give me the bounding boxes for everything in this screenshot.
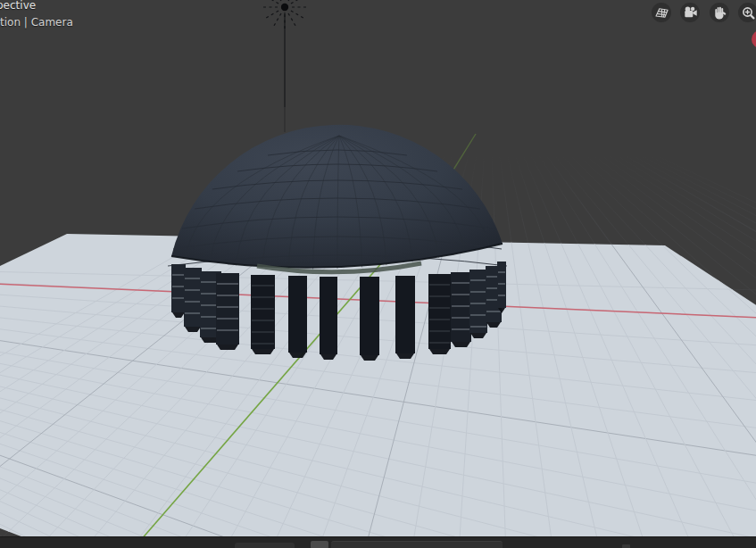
pillar-stack[interactable] xyxy=(288,276,307,358)
pillar-stack[interactable] xyxy=(320,277,337,360)
light-origin-dot[interactable] xyxy=(281,4,288,11)
pillar-stack[interactable] xyxy=(395,276,415,359)
move-view-button[interactable] xyxy=(710,3,729,22)
viewport-canvas[interactable] xyxy=(0,0,756,548)
collection-camera-label: tion | Camera xyxy=(0,17,73,28)
pillar-stack[interactable] xyxy=(251,275,275,354)
magnifier-plus-icon xyxy=(741,5,756,21)
timeline-jump-control[interactable] xyxy=(311,541,328,548)
timeline-frame-strip[interactable] xyxy=(331,541,503,548)
pillar-stack[interactable] xyxy=(428,274,451,354)
zoom-view-button[interactable] xyxy=(738,3,756,22)
toggle-orthographic-button[interactable] xyxy=(652,3,671,22)
grid-plane-icon xyxy=(654,5,669,21)
pillar-stack[interactable] xyxy=(497,262,506,313)
toggle-camera-view-button[interactable] xyxy=(680,3,700,22)
timeline-bar xyxy=(0,536,756,548)
hand-icon xyxy=(712,5,727,21)
pillar-stack[interactable] xyxy=(184,268,202,332)
view-perspective-label: pective xyxy=(0,0,36,11)
pillar-stack[interactable] xyxy=(451,272,471,347)
timeline-popover-left[interactable] xyxy=(235,543,295,548)
timeline-marker[interactable] xyxy=(622,544,630,548)
pillar-stack[interactable] xyxy=(216,273,239,350)
blender-3d-viewport: pective tion | Camera xyxy=(0,0,756,548)
pillar-stack[interactable] xyxy=(360,277,379,361)
pillar-stack[interactable] xyxy=(469,270,487,338)
camera-icon xyxy=(683,5,698,21)
pillar-stack[interactable] xyxy=(171,264,186,318)
